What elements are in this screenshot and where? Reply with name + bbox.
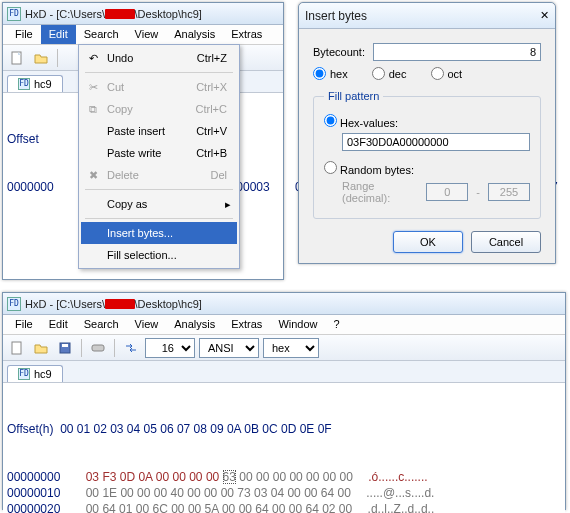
- menu-item-label: Fill selection...: [107, 249, 177, 261]
- menu-item-label: Insert bytes...: [107, 227, 173, 239]
- sep: [114, 339, 115, 357]
- edit-menu-popup: ↶UndoCtrl+Z✂CutCtrl+X⧉CopyCtrl+CPaste in…: [78, 44, 240, 269]
- ok-button[interactable]: OK: [393, 231, 463, 253]
- menu-edit[interactable]: Edit: [41, 25, 76, 44]
- tab-hc9[interactable]: FD hc9: [7, 75, 63, 92]
- app-icon: FD: [7, 7, 21, 21]
- hex-row[interactable]: 00000020 00 64 01 00 6C 00 00 5A 00 00 6…: [7, 501, 561, 513]
- menu-item-fill-selection-[interactable]: Fill selection...: [81, 244, 237, 266]
- open-icon[interactable]: [31, 48, 51, 68]
- menu-item-paste-write[interactable]: Paste writeCtrl+B: [81, 142, 237, 164]
- menu-analysis[interactable]: Analysis: [166, 315, 223, 334]
- range-from-input[interactable]: [426, 183, 468, 201]
- fill-pattern-group: Fill pattern Hex-values: Random bytes: R…: [313, 90, 541, 219]
- menu-sep: [85, 189, 233, 190]
- menubar: File Edit Search View Analysis Extras Wi…: [3, 315, 565, 335]
- menu-item-label: Copy as: [107, 198, 147, 210]
- random-bytes-radio[interactable]: Random bytes:: [324, 161, 414, 176]
- menu-item-paste-insert[interactable]: Paste insertCtrl+V: [81, 120, 237, 142]
- menu-shortcut: Ctrl+X: [196, 81, 227, 93]
- fill-pattern-legend: Fill pattern: [324, 90, 383, 102]
- undo-icon: ↶: [85, 50, 101, 66]
- menu-item-delete: ✖DeleteDel: [81, 164, 237, 186]
- submenu-arrow-icon: ▸: [225, 198, 231, 211]
- menu-item-copy: ⧉CopyCtrl+C: [81, 98, 237, 120]
- dialog-titlebar[interactable]: Insert bytes ✕: [299, 3, 555, 29]
- menu-item-undo[interactable]: ↶UndoCtrl+Z: [81, 47, 237, 69]
- toolbar: 16 ANSI hex: [3, 335, 565, 361]
- menu-item-copy-as[interactable]: Copy as▸: [81, 193, 237, 215]
- menu-item-label: Undo: [107, 52, 133, 64]
- menu-edit[interactable]: Edit: [41, 315, 76, 334]
- redacted: x: [105, 299, 135, 309]
- toolbar-sep: [57, 49, 58, 67]
- menu-analysis[interactable]: Analysis: [166, 25, 223, 44]
- new-icon[interactable]: [7, 48, 27, 68]
- save-icon[interactable]: [55, 338, 75, 358]
- radix-hex[interactable]: hex: [313, 67, 348, 80]
- menu-shortcut: Ctrl+Z: [197, 52, 227, 64]
- window-title: HxD - [C:\Users\x\Desktop\hc9]: [25, 8, 279, 20]
- menu-search[interactable]: Search: [76, 315, 127, 334]
- menu-extras[interactable]: Extras: [223, 25, 270, 44]
- menu-item-label: Paste insert: [107, 125, 165, 137]
- columns-combo[interactable]: 16: [145, 338, 195, 358]
- hex-row[interactable]: 00000000 03 F3 0D 0A 00 00 00 00 63 00 0…: [7, 469, 561, 485]
- menu-item-insert-bytes-[interactable]: Insert bytes...: [81, 222, 237, 244]
- tab-label: hc9: [34, 368, 52, 380]
- titlebar[interactable]: FD HxD - [C:\Users\x\Desktop\hc9]: [3, 3, 283, 25]
- hex-values-radio[interactable]: Hex-values:: [324, 114, 398, 129]
- tab-label: hc9: [34, 78, 52, 90]
- menu-shortcut: Ctrl+C: [196, 103, 227, 115]
- svg-rect-1: [12, 342, 21, 354]
- bytecount-input[interactable]: [373, 43, 541, 61]
- menu-sep: [85, 72, 233, 73]
- menu-search[interactable]: Search: [76, 25, 127, 44]
- arrows-icon[interactable]: [121, 338, 141, 358]
- menu-shortcut: Ctrl+B: [196, 147, 227, 159]
- svg-rect-3: [62, 344, 68, 347]
- menubar: File Edit Search View Analysis Extras: [3, 25, 283, 45]
- menu-help[interactable]: ?: [326, 315, 348, 334]
- disk-icon[interactable]: [88, 338, 108, 358]
- hxd-bottom-window: FD HxD - [C:\Users\x\Desktop\hc9] File E…: [2, 292, 566, 510]
- new-icon[interactable]: [7, 338, 27, 358]
- window-title: HxD - [C:\Users\x\Desktop\hc9]: [25, 298, 561, 310]
- tab-hc9[interactable]: FD hc9: [7, 365, 63, 382]
- file-icon: FD: [18, 78, 30, 90]
- dialog-title: Insert bytes: [305, 9, 540, 23]
- hex-view[interactable]: Offset(h) 00 01 02 03 04 05 06 07 08 09 …: [3, 383, 565, 513]
- close-icon[interactable]: ✕: [540, 9, 549, 22]
- menu-item-label: Paste write: [107, 147, 161, 159]
- offset-address: 0000000: [7, 179, 79, 195]
- hex-values-input[interactable]: [342, 133, 530, 151]
- copy-icon: ⧉: [85, 101, 101, 117]
- sep: [81, 339, 82, 357]
- file-icon: FD: [18, 368, 30, 380]
- menu-item-label: Copy: [107, 103, 133, 115]
- radix-group: hex dec oct: [313, 67, 541, 80]
- charset-combo[interactable]: ANSI: [199, 338, 259, 358]
- bytecount-label: Bytecount:: [313, 46, 365, 58]
- cancel-button[interactable]: Cancel: [471, 231, 541, 253]
- menu-view[interactable]: View: [127, 315, 167, 334]
- tabstrip: FD hc9: [3, 361, 565, 383]
- menu-extras[interactable]: Extras: [223, 315, 270, 334]
- menu-item-label: Cut: [107, 81, 124, 93]
- menu-file[interactable]: File: [7, 315, 41, 334]
- radix-dec[interactable]: dec: [372, 67, 407, 80]
- hex-row[interactable]: 00000010 00 1E 00 00 00 40 00 00 00 73 0…: [7, 485, 561, 501]
- radix-oct[interactable]: oct: [431, 67, 463, 80]
- menu-window[interactable]: Window: [270, 315, 325, 334]
- range-to-input[interactable]: [488, 183, 530, 201]
- titlebar[interactable]: FD HxD - [C:\Users\x\Desktop\hc9]: [3, 293, 565, 315]
- menu-item-cut: ✂CutCtrl+X: [81, 76, 237, 98]
- range-label: Range (decimal):: [342, 180, 418, 204]
- column-header: Offset(h) 00 01 02 03 04 05 06 07 08 09 …: [7, 421, 561, 437]
- open-icon[interactable]: [31, 338, 51, 358]
- base-combo[interactable]: hex: [263, 338, 319, 358]
- menu-view[interactable]: View: [127, 25, 167, 44]
- menu-item-label: Delete: [107, 169, 139, 181]
- menu-file[interactable]: File: [7, 25, 41, 44]
- svg-rect-4: [92, 345, 104, 351]
